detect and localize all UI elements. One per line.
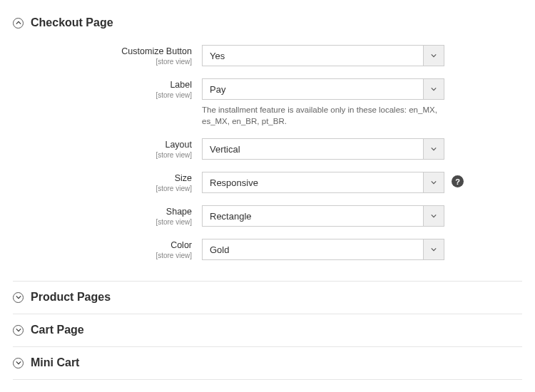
select-value: Rectangle — [202, 205, 423, 227]
select-value: Pay — [202, 78, 423, 100]
section-checkout-page: Checkout Page Customize Button [store vi… — [13, 7, 522, 282]
field-label-col: Label [store view] — [13, 78, 202, 100]
field-label-col: Shape [store view] — [13, 205, 202, 227]
section-cart-page: Cart Page — [13, 314, 522, 347]
select-label[interactable]: Pay — [202, 78, 444, 100]
field-control-col: Rectangle — [202, 205, 444, 227]
field-label-label: Label — [13, 80, 192, 91]
field-label-customize-button: Customize Button — [13, 46, 192, 57]
section-product-pages: Product Pages — [13, 282, 522, 314]
section-title-checkout-page: Checkout Page — [31, 16, 113, 29]
chevron-down-icon — [423, 205, 444, 227]
field-label-col: Customize Button [store view] — [13, 45, 202, 67]
section-title-product-pages: Product Pages — [31, 291, 111, 304]
field-scope: [store view] — [13, 217, 192, 227]
field-scope: [store view] — [13, 184, 192, 194]
checkout-fields: Customize Button [store view] Yes Label … — [13, 45, 522, 261]
field-row-color: Color [store view] Gold — [13, 239, 522, 261]
field-hint-label: The installment feature is available onl… — [202, 104, 444, 127]
section-toggle-checkout-page[interactable]: Checkout Page — [13, 16, 522, 29]
field-label-layout: Layout — [13, 140, 192, 150]
field-scope: [store view] — [13, 150, 192, 160]
field-row-shape: Shape [store view] Rectangle — [13, 205, 522, 227]
help-icon[interactable]: ? — [452, 175, 464, 187]
field-row-label: Label [store view] Pay The installment f… — [13, 78, 522, 127]
field-label-col: Layout [store view] — [13, 138, 202, 160]
chevron-down-icon — [423, 239, 444, 260]
field-label-col: Color [store view] — [13, 239, 202, 261]
chevron-down-icon — [423, 78, 444, 100]
field-label-size: Size — [13, 173, 192, 184]
field-control-col: Pay The installment feature is available… — [202, 78, 444, 127]
field-scope: [store view] — [13, 91, 192, 100]
select-value: Gold — [202, 239, 423, 260]
field-label-shape: Shape — [13, 207, 192, 217]
field-row-customize-button: Customize Button [store view] Yes — [13, 45, 522, 67]
chevron-down-icon — [423, 172, 444, 193]
chevron-down-icon — [13, 292, 24, 303]
section-title-cart-page: Cart Page — [31, 324, 84, 336]
field-extra-col: ? — [444, 172, 464, 187]
field-row-layout: Layout [store view] Vertical — [13, 138, 522, 160]
select-customize-button[interactable]: Yes — [202, 45, 444, 66]
section-toggle-mini-cart[interactable]: Mini Cart — [13, 356, 522, 369]
field-scope: [store view] — [13, 251, 192, 261]
select-layout[interactable]: Vertical — [202, 138, 444, 160]
field-row-size: Size [store view] Responsive ? — [13, 172, 522, 194]
field-control-col: Gold — [202, 239, 444, 260]
chevron-down-icon — [13, 358, 24, 368]
chevron-down-icon — [423, 138, 444, 160]
select-shape[interactable]: Rectangle — [202, 205, 444, 227]
field-control-col: Yes — [202, 45, 444, 66]
select-value: Responsive — [202, 172, 423, 193]
field-control-col: Responsive — [202, 172, 444, 193]
field-label-color: Color — [13, 240, 192, 251]
select-size[interactable]: Responsive — [202, 172, 444, 193]
chevron-down-icon — [13, 325, 24, 336]
field-label-col: Size [store view] — [13, 172, 202, 194]
section-toggle-cart-page[interactable]: Cart Page — [13, 324, 522, 336]
field-control-col: Vertical — [202, 138, 444, 160]
chevron-down-icon — [423, 45, 444, 66]
field-scope: [store view] — [13, 57, 192, 67]
section-mini-cart: Mini Cart — [13, 347, 522, 380]
select-value: Vertical — [202, 138, 423, 160]
section-toggle-product-pages[interactable]: Product Pages — [13, 291, 522, 304]
select-value: Yes — [202, 45, 423, 66]
select-color[interactable]: Gold — [202, 239, 444, 260]
chevron-up-icon — [13, 18, 24, 29]
section-title-mini-cart: Mini Cart — [31, 356, 79, 369]
